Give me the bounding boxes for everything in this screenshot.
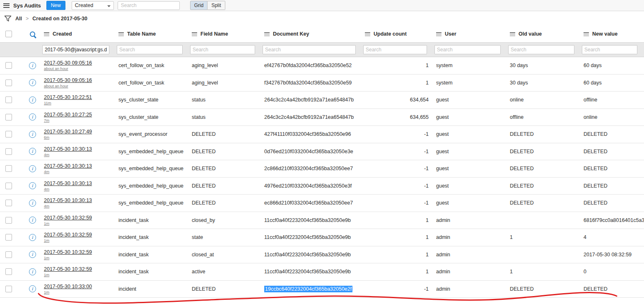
filter-input-new-value[interactable] [582,45,637,54]
new-button[interactable]: New [46,1,65,10]
column-menu-icon[interactable] [264,32,270,36]
column-header-user[interactable]: User [434,31,507,37]
info-icon[interactable] [29,79,36,86]
relative-time-link[interactable]: 1m [44,221,49,226]
info-icon[interactable] [29,62,36,69]
column-header-new-value[interactable]: New value [581,31,644,37]
new-value-cell: 6816f79cc0a8016401c5a33b [581,217,644,223]
column-header-update-count[interactable]: Update count [362,31,434,37]
info-icon[interactable] [29,96,36,104]
filter-input-document-key[interactable] [263,45,356,54]
new-value-cell: DELETED [581,149,644,154]
row-checkbox[interactable] [5,200,12,206]
new-value-cell: 60 days [581,80,644,86]
grid-view-button[interactable]: Grid [190,1,208,10]
row-checkbox[interactable] [5,148,12,155]
row-checkbox[interactable] [5,251,12,258]
info-icon[interactable] [29,165,36,172]
row-checkbox[interactable] [5,217,12,224]
info-icon[interactable] [29,148,36,155]
info-icon[interactable] [29,268,36,275]
created-link[interactable]: 2017-05-30 10:30:13 [44,146,92,152]
created-link[interactable]: 2017-05-30 10:32:59 [44,266,92,272]
relative-time-link[interactable]: 6m [44,135,49,140]
relative-time-link[interactable]: 1m [44,272,49,277]
info-icon[interactable] [29,200,36,207]
breadcrumb-all[interactable]: All [15,16,22,22]
column-menu-icon[interactable] [118,32,124,36]
relative-time-link[interactable]: 1m [44,255,49,260]
column-menu-icon[interactable] [365,32,370,36]
created-link[interactable]: 2017-05-30 10:30:13 [44,198,92,203]
table-row: 2017-05-30 10:32:59 1m incident_task clo… [0,246,644,264]
info-icon[interactable] [29,113,36,120]
created-link[interactable]: 2017-05-30 10:30:13 [44,163,92,169]
column-header-created[interactable]: Created [41,31,116,37]
row-checkbox[interactable] [5,114,12,120]
row-checkbox[interactable] [5,131,12,137]
row-checkbox[interactable] [5,165,12,172]
created-link[interactable]: 2017-05-30 10:33:00 [44,284,92,289]
column-header-document-key[interactable]: Document Key [262,31,362,37]
row-checkbox[interactable] [5,183,12,189]
column-header-table-name[interactable]: Table Name [116,31,189,37]
column-header-old-value[interactable]: Old value [507,31,581,37]
created-link[interactable]: 2017-05-30 10:27:25 [44,112,92,118]
relative-time-link[interactable]: 1m [44,290,49,294]
relative-time-link[interactable]: 1m [44,238,49,243]
row-checkbox[interactable] [5,268,12,275]
created-link[interactable]: 2017-05-30 10:32:59 [44,249,92,255]
info-icon[interactable] [29,285,36,292]
breadcrumb-current-filter[interactable]: Created on 2017-05-30 [32,16,87,22]
filter-input-table-name[interactable] [117,45,183,54]
list-search-input[interactable] [118,1,180,10]
column-menu-icon[interactable] [510,32,515,36]
table-header-row: Created Table Name Field Name Document K… [0,26,644,43]
filter-input-field-name[interactable] [190,45,255,54]
info-icon[interactable] [29,182,36,189]
relative-time-link[interactable]: 4m [44,187,49,191]
hamburger-menu-icon[interactable] [3,3,10,8]
row-checkbox[interactable] [5,286,12,292]
row-checkbox[interactable] [5,80,12,86]
row-checkbox-cell [0,251,23,258]
split-view-button[interactable]: Split [207,1,225,10]
filter-funnel-icon[interactable] [4,15,12,22]
created-link[interactable]: 2017-05-30 10:32:59 [44,215,92,221]
relative-time-link[interactable]: about an hour [44,84,68,88]
select-all-checkbox[interactable] [5,31,12,37]
relative-time-link[interactable]: 7m [44,118,49,123]
column-menu-icon[interactable] [192,32,197,36]
old-value-cell: 1 [507,269,581,275]
column-menu-icon[interactable] [44,32,49,36]
new-value-cell: DELETED [581,166,644,171]
info-icon[interactable] [29,251,36,258]
column-menu-icon[interactable] [436,32,441,36]
relative-time-link[interactable]: 4m [44,169,49,174]
search-icon[interactable] [30,31,35,37]
info-icon[interactable] [29,234,36,241]
row-checkbox[interactable] [5,62,12,69]
row-checkbox[interactable] [5,234,12,241]
relative-time-link[interactable]: 4m [44,204,49,208]
row-checkbox[interactable] [5,96,12,103]
created-link[interactable]: 2017-05-30 10:22:51 [44,94,92,100]
created-link[interactable]: 2017-05-30 09:05:16 [44,60,92,66]
filter-input-user[interactable] [434,45,501,54]
document-key-value: 264c3c2c4a42bcfb9192a71ea654847b [264,114,354,120]
relative-time-link[interactable]: 4m [44,152,49,157]
search-field-dropdown[interactable]: Created [72,1,114,10]
filter-input-update-count[interactable] [363,45,427,54]
created-link[interactable]: 2017-05-30 10:27:49 [44,129,92,135]
info-icon[interactable] [29,217,36,224]
created-link[interactable]: 2017-05-30 09:05:16 [44,77,92,83]
created-link[interactable]: 2017-05-30 10:32:59 [44,232,92,238]
column-menu-icon[interactable] [584,32,589,36]
relative-time-link[interactable]: 11m [44,101,51,105]
created-link[interactable]: 2017-05-30 10:30:13 [44,181,92,186]
relative-time-link[interactable]: about an hour [44,66,68,71]
column-header-field-name[interactable]: Field Name [189,31,262,37]
filter-input-old-value[interactable] [508,45,574,54]
info-icon[interactable] [29,131,36,138]
filter-input-created[interactable] [42,45,109,54]
